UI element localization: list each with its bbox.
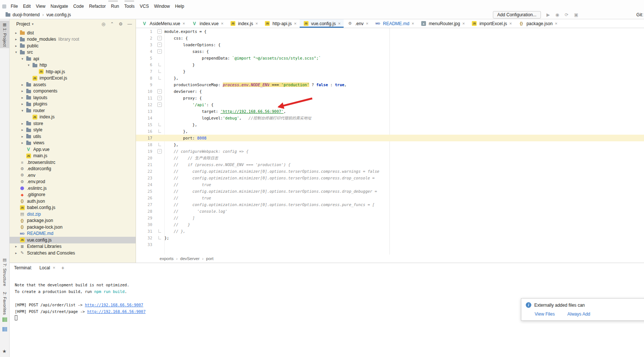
line-number[interactable]: 18 <box>136 141 154 148</box>
code-line-19[interactable]: 19 // configureWebpack: config => { <box>136 148 644 155</box>
tool-window-button-favorites[interactable]: 2: Favorites <box>0 290 9 316</box>
code-line-4[interactable]: 4 sass: { <box>136 48 644 55</box>
fold-marker-icon[interactable] <box>154 28 164 35</box>
breadcrumb-port[interactable]: port <box>200 256 214 261</box>
terminal-tab-close-icon[interactable]: ✕ <box>52 266 55 270</box>
menu-item-code[interactable]: Code <box>71 3 86 10</box>
line-number[interactable]: 10 <box>136 88 154 95</box>
chevron-expanded-icon[interactable]: ▾ <box>20 109 25 112</box>
view-files-link[interactable]: View Files <box>535 311 555 317</box>
tab-close-icon[interactable]: ✕ <box>412 22 415 26</box>
tree-item-components[interactable]: ▸components <box>10 88 136 95</box>
tab-package.json[interactable]: {}package.json✕ <box>515 19 560 28</box>
code-line-2[interactable]: 2 css: { <box>136 35 644 41</box>
collapse-all-icon[interactable]: ⌃ <box>110 21 114 27</box>
chevron-collapsed-icon[interactable]: ▸ <box>20 83 25 87</box>
line-number[interactable]: 25 <box>136 188 154 195</box>
line-number[interactable]: 6 <box>136 61 154 68</box>
tree-item-dist[interactable]: ▸dist <box>10 30 136 36</box>
code-line-8[interactable]: 8 }, <box>136 75 644 81</box>
chevron-collapsed-icon[interactable]: ▸ <box>20 96 25 100</box>
line-number[interactable]: 3 <box>136 41 154 48</box>
tree-item-.eslintrc.js[interactable]: .eslintrc.js <box>10 185 136 192</box>
menu-item-view[interactable]: View <box>33 3 48 10</box>
fold-marker-icon[interactable] <box>154 41 164 48</box>
tree-item-App.vue[interactable]: VApp.vue <box>10 146 136 153</box>
menu-item-file[interactable]: File <box>8 3 20 10</box>
hide-panel-icon[interactable]: — <box>127 21 132 27</box>
line-number[interactable]: 21 <box>136 161 154 168</box>
fold-marker-icon[interactable] <box>154 35 164 41</box>
code-line-18[interactable]: 18 }, <box>136 141 644 148</box>
menu-item-window[interactable]: Window <box>151 3 173 10</box>
project-panel-title[interactable]: Project <box>16 21 30 27</box>
tab-index.vue[interactable]: Vindex.vue✕ <box>188 19 226 28</box>
breadcrumb-file[interactable]: vue.config.js <box>40 12 71 17</box>
stop-icon[interactable]: ▣ <box>574 12 578 17</box>
tree-item-.env.prod[interactable]: ⚙.env.prod <box>10 179 136 185</box>
chevron-collapsed-icon[interactable]: ▸ <box>13 31 19 35</box>
fold-marker-icon[interactable] <box>154 235 164 241</box>
code-line-10[interactable]: 10 devServer: { <box>136 88 644 95</box>
tab-AsideMenu.vue[interactable]: VAsideMenu.vue✕ <box>138 19 188 28</box>
tree-item-index.js[interactable]: JSindex.js <box>10 114 136 121</box>
tree-item-views[interactable]: ▸views <box>10 140 136 146</box>
fold-marker-icon[interactable] <box>154 95 164 101</box>
line-number[interactable]: 9 <box>136 81 154 88</box>
line-number[interactable]: 17 <box>136 135 154 141</box>
tree-item-dist.zip[interactable]: ▤dist.zip <box>10 211 136 218</box>
chevron-collapsed-icon[interactable]: ▸ <box>20 89 25 93</box>
tree-item-main.js[interactable]: JSmain.js <box>10 153 136 159</box>
tree-item-Scratches and Consoles[interactable]: ▸✎Scratches and Consoles <box>10 250 136 256</box>
code-line-11[interactable]: 11 proxy: { <box>136 95 644 101</box>
code-line-22[interactable]: 22 // config.optimization.minimizer[0].o… <box>136 168 644 175</box>
line-number[interactable]: 8 <box>136 75 154 81</box>
code-line-14[interactable]: 14 logLevel:'debug', //控制台终端打印代理前的真实地址 <box>136 115 644 121</box>
fold-marker-icon[interactable] <box>154 68 164 75</box>
fold-marker-icon[interactable] <box>154 61 164 68</box>
tree-item-.editorconfig[interactable]: ⚙.editorconfig <box>10 166 136 172</box>
line-number[interactable]: 32 <box>136 235 154 241</box>
tab-.env[interactable]: ⚙.env✕ <box>344 19 371 28</box>
code-line-13[interactable]: 13 target: 'http://192.168.66.56:9007', <box>136 108 644 115</box>
tree-item-http-api.js[interactable]: JShttp-api.js <box>10 68 136 75</box>
chevron-down-icon[interactable]: ▾ <box>32 22 34 26</box>
tab-close-icon[interactable]: ✕ <box>183 22 185 26</box>
line-number[interactable]: 27 <box>136 201 154 208</box>
code-line-28[interactable]: 28 // 'console.log' <box>136 208 644 215</box>
tab-close-icon[interactable]: ✕ <box>338 22 341 26</box>
code-line-29[interactable]: 29 // ] <box>136 215 644 221</box>
fold-marker-icon[interactable] <box>154 141 164 148</box>
code-line-27[interactable]: 27 // config.optimization.minimizer[0].o… <box>136 201 644 208</box>
line-number[interactable]: 30 <box>136 221 154 228</box>
chevron-collapsed-icon[interactable]: ▸ <box>20 135 25 138</box>
locate-icon[interactable]: ◎ <box>102 21 105 27</box>
tab-README.md[interactable]: MDREADME.md✕ <box>371 19 417 28</box>
tool-window-button-project[interactable]: ▦ 1: Project <box>0 21 9 48</box>
tree-item-README.md[interactable]: MDREADME.md <box>10 230 136 237</box>
tree-item-babel.config.js[interactable]: JSbabel.config.js <box>10 205 136 211</box>
tree-item-.browserslistrc[interactable]: ≡.browserslistrc <box>10 159 136 166</box>
tab-menuRouter.jpg[interactable]: ▲menuRouter.jpg✕ <box>417 19 468 28</box>
line-number[interactable]: 15 <box>136 121 154 128</box>
line-number[interactable]: 26 <box>136 195 154 201</box>
chevron-collapsed-icon[interactable]: ▸ <box>13 37 19 41</box>
code-line-25[interactable]: 25 // config.optimization.minimizer[0].o… <box>136 188 644 195</box>
code-line-15[interactable]: 15 }, <box>136 121 644 128</box>
code-line-9[interactable]: 9 productionSourceMap: process.env.NODE_… <box>136 81 644 88</box>
code-line-1[interactable]: 1module.exports = { <box>136 28 644 35</box>
code-line-26[interactable]: 26 // true <box>136 195 644 201</box>
chart-tool-icon-blue[interactable] <box>3 327 7 331</box>
line-number[interactable]: 13 <box>136 108 154 115</box>
tab-close-icon[interactable]: ✕ <box>509 22 512 26</box>
tab-close-icon[interactable]: ✕ <box>294 22 297 26</box>
fold-marker-icon[interactable] <box>154 228 164 235</box>
tab-close-icon[interactable]: ✕ <box>462 22 465 26</box>
tree-item-importExcel.js[interactable]: JSimportExcel.js <box>10 75 136 82</box>
run-icon[interactable]: ▶ <box>546 12 550 17</box>
fold-marker-icon[interactable] <box>154 101 164 108</box>
tree-item-store[interactable]: ▸store <box>10 120 136 127</box>
tab-importExcel.js[interactable]: JSimportExcel.js✕ <box>468 19 515 28</box>
gear-icon[interactable]: ⚙ <box>119 21 123 27</box>
tab-close-icon[interactable]: ✕ <box>366 22 369 26</box>
